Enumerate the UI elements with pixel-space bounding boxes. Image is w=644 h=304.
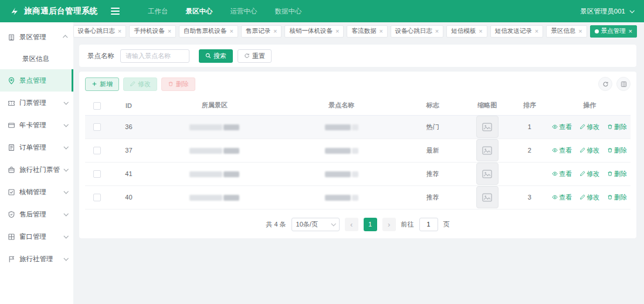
search-field-label: 景点名称 bbox=[87, 52, 114, 60]
delete-link[interactable]: 删除 bbox=[607, 193, 627, 202]
sidebar-item-spot[interactable]: 景点管理 bbox=[0, 69, 73, 92]
topnav-item-工作台[interactable]: 工作台 bbox=[139, 0, 177, 22]
tab-景点管理[interactable]: 景点管理 × bbox=[590, 25, 637, 38]
delete-link[interactable]: 删除 bbox=[607, 123, 627, 131]
thumbnail-image[interactable] bbox=[476, 163, 499, 185]
row-checkbox[interactable] bbox=[93, 194, 101, 201]
topnav-item-景区中心[interactable]: 景区中心 bbox=[177, 0, 222, 22]
sidebar-item-scenic-area[interactable]: 景区管理 bbox=[0, 26, 73, 48]
table-toolbar: 新增 修改 删除 bbox=[85, 77, 631, 91]
thumbnail-image[interactable] bbox=[476, 116, 499, 138]
cell-sort: 2 bbox=[528, 147, 531, 154]
cell-id: 40 bbox=[125, 194, 132, 201]
edit-link[interactable]: 修改 bbox=[579, 193, 599, 202]
tab-设备心跳日志[interactable]: 设备心跳日志 × bbox=[391, 25, 443, 38]
tab-核销一体机设备[interactable]: 核销一体机设备 × bbox=[284, 25, 344, 38]
sidebar-item-ticket[interactable]: 门票管理 bbox=[0, 92, 73, 114]
tab-close-icon[interactable]: × bbox=[230, 28, 233, 35]
delete-link[interactable]: 删除 bbox=[607, 146, 627, 155]
edit-link[interactable]: 修改 bbox=[579, 123, 599, 131]
sidebar-item-agency[interactable]: 旅行社管理 bbox=[0, 248, 73, 270]
tab-售票记录[interactable]: 售票记录 × bbox=[241, 25, 282, 38]
table-row[interactable]: 40 推荐 3 查看 修改 删除 bbox=[85, 185, 631, 209]
column-header-景点名称: 景点名称 bbox=[282, 96, 402, 115]
topnav-item-运营中心[interactable]: 运营中心 bbox=[222, 0, 266, 22]
tab-close-icon[interactable]: × bbox=[479, 28, 482, 35]
tab-close-icon[interactable]: × bbox=[629, 28, 632, 35]
tab-close-icon[interactable]: × bbox=[379, 28, 382, 35]
delete-link[interactable]: 删除 bbox=[607, 170, 627, 178]
refresh-table-button[interactable] bbox=[598, 77, 612, 91]
row-checkbox[interactable] bbox=[93, 170, 101, 178]
cell-scenic-area bbox=[148, 185, 282, 209]
tab-close-icon[interactable]: × bbox=[535, 28, 538, 35]
chevron-icon bbox=[63, 189, 68, 194]
sidebar-item-aftersale[interactable]: 售后管理 bbox=[0, 203, 73, 225]
delete-button[interactable]: 删除 bbox=[161, 77, 195, 91]
row-checkbox[interactable] bbox=[93, 147, 101, 154]
tab-手持机设备[interactable]: 手持机设备 × bbox=[129, 25, 176, 38]
view-link[interactable]: 查看 bbox=[552, 170, 572, 178]
tab-客流数据[interactable]: 客流数据 × bbox=[347, 25, 387, 38]
tab-景区信息[interactable]: 景区信息 × bbox=[546, 25, 587, 38]
table-settings bbox=[598, 77, 631, 91]
edit-button[interactable]: 修改 bbox=[123, 77, 157, 91]
cell-spot-name bbox=[282, 115, 402, 139]
sidebar-item-scenic-info[interactable]: 景区信息 bbox=[0, 48, 73, 69]
trash-icon bbox=[607, 124, 613, 130]
tab-短信模板[interactable]: 短信模板 × bbox=[446, 25, 487, 38]
tab-close-icon[interactable]: × bbox=[168, 28, 171, 35]
edit-link[interactable]: 修改 bbox=[579, 146, 599, 155]
select-all-checkbox[interactable] bbox=[93, 102, 101, 110]
columns-icon bbox=[621, 81, 627, 87]
trash-icon bbox=[607, 147, 613, 153]
tab-close-icon[interactable]: × bbox=[435, 28, 439, 35]
cell-spot-name bbox=[282, 185, 402, 209]
tab-close-icon[interactable]: × bbox=[335, 28, 339, 35]
cell-id: 41 bbox=[125, 170, 132, 177]
search-panel: 景点名称 搜索 重置 bbox=[79, 45, 636, 67]
table-row[interactable]: 37 最新 2 查看 修改 删除 bbox=[85, 139, 631, 162]
add-button[interactable]: 新增 bbox=[85, 77, 119, 91]
user-menu[interactable]: 景区管理员001 bbox=[580, 7, 633, 16]
thumbnail-image[interactable] bbox=[476, 186, 499, 208]
view-link[interactable]: 查看 bbox=[552, 193, 572, 202]
tab-自助售票机设备[interactable]: 自助售票机设备 × bbox=[179, 25, 238, 38]
sidebar-item-annual-card[interactable]: 年卡管理 bbox=[0, 114, 73, 136]
table-row[interactable]: 36 热门 1 查看 修改 删除 bbox=[85, 115, 631, 139]
tab-close-icon[interactable]: × bbox=[118, 28, 121, 35]
columns-toggle-button[interactable] bbox=[616, 77, 631, 91]
page-size-select[interactable]: 10条/页 bbox=[292, 218, 340, 231]
thumbnail-image[interactable] bbox=[476, 139, 499, 161]
cell-sort: 3 bbox=[528, 194, 531, 201]
column-header-操作: 操作 bbox=[548, 96, 631, 115]
tab-close-icon[interactable]: × bbox=[578, 28, 582, 35]
goto-page-input[interactable] bbox=[419, 218, 438, 231]
view-link[interactable]: 查看 bbox=[552, 123, 572, 131]
redacted-text bbox=[325, 195, 351, 201]
tab-设备心跳日志[interactable]: 设备心跳日志 × bbox=[73, 25, 126, 38]
next-page-button[interactable]: › bbox=[382, 218, 396, 231]
row-checkbox[interactable] bbox=[93, 123, 101, 131]
column-header-排序: 排序 bbox=[510, 96, 548, 115]
edit-link[interactable]: 修改 bbox=[579, 170, 599, 178]
table-row[interactable]: 41 推荐 查看 修改 删除 bbox=[85, 162, 631, 185]
sidebar-item-verify[interactable]: 核销管理 bbox=[0, 181, 73, 203]
search-input[interactable] bbox=[120, 49, 189, 63]
search-button[interactable]: 搜索 bbox=[199, 49, 233, 63]
reset-button[interactable]: 重置 bbox=[238, 49, 272, 63]
sidebar-item-order[interactable]: 订单管理 bbox=[0, 136, 73, 158]
prev-page-button[interactable]: ‹ bbox=[345, 218, 358, 231]
tab-短信发送记录[interactable]: 短信发送记录 × bbox=[490, 25, 543, 38]
topnav-item-数据中心[interactable]: 数据中心 bbox=[266, 0, 311, 22]
sidebar-item-agency-ticket[interactable]: 旅行社门票管理 bbox=[0, 158, 73, 181]
chevron-down-icon bbox=[629, 8, 634, 13]
column-header-ID: ID bbox=[110, 96, 148, 115]
spots-table: ID所属景区景点名称标志缩略图排序操作 36 热门 1 查看 修改 bbox=[85, 96, 631, 210]
pencil-icon bbox=[579, 124, 585, 130]
view-link[interactable]: 查看 bbox=[552, 146, 572, 155]
sidebar-collapse-icon[interactable] bbox=[111, 5, 126, 17]
tab-close-icon[interactable]: × bbox=[273, 28, 277, 35]
sidebar-item-window[interactable]: 窗口管理 bbox=[0, 225, 73, 248]
current-page-button[interactable]: 1 bbox=[364, 218, 377, 231]
